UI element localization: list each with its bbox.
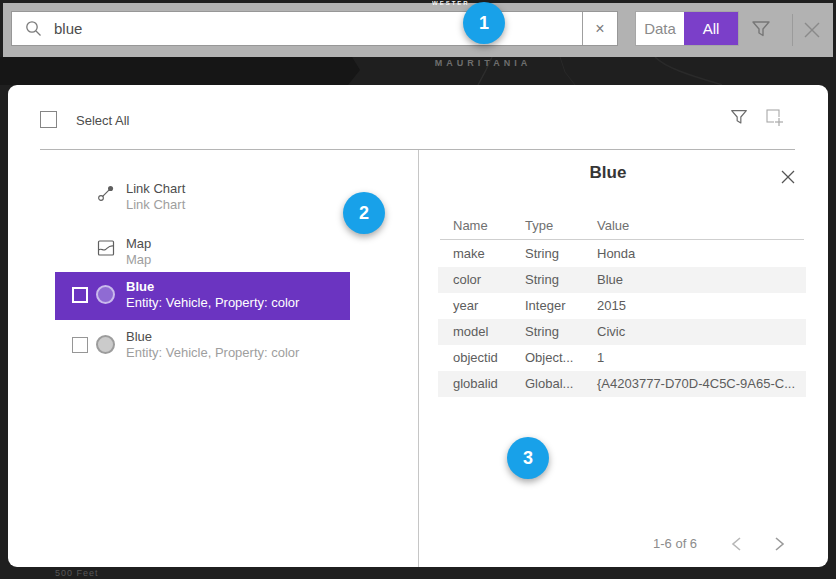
result-subtitle: Link Chart <box>126 197 185 212</box>
add-to-selection-button[interactable] <box>763 106 787 130</box>
chevron-right-icon <box>772 537 786 551</box>
cell-type: Integer <box>525 293 565 319</box>
result-item-blue[interactable]: Blue Entity: Vehicle, Property: color <box>55 322 350 370</box>
search-toolbar: × Data All <box>3 3 833 57</box>
result-checkbox[interactable] <box>72 337 88 353</box>
annotation-badge-1: 1 <box>463 2 505 44</box>
search-icon <box>12 12 54 45</box>
map-icon <box>96 238 116 258</box>
cell-name: make <box>453 241 485 267</box>
result-item-map[interactable]: Map Map <box>48 228 408 272</box>
results-filter-button[interactable] <box>728 106 752 130</box>
filter-icon <box>749 17 773 41</box>
search-clear-button[interactable]: × <box>582 12 617 45</box>
pagination-range: 1-6 of 6 <box>653 536 697 551</box>
result-title: Link Chart <box>126 181 185 196</box>
cell-type: String <box>525 267 559 293</box>
cell-value: Civic <box>597 319 625 345</box>
entity-node-icon <box>96 285 115 304</box>
column-header-name: Name <box>453 218 488 233</box>
link-chart-icon <box>96 183 116 203</box>
chevron-left-icon <box>730 537 744 551</box>
add-selection-icon <box>763 106 785 128</box>
cell-value: 1 <box>597 345 604 371</box>
search-box: × <box>11 11 618 46</box>
toolbar-divider <box>792 14 793 46</box>
attribute-row: globalid Global... {A4203777-D70D-4C5C-9… <box>438 371 806 397</box>
screen: WESTER MAURITANIA 500 Feet × Data All Se… <box>0 0 836 579</box>
filter-icon <box>728 106 750 128</box>
cell-name: color <box>453 267 481 293</box>
result-title: Blue <box>126 279 154 294</box>
cell-value: Blue <box>597 267 623 293</box>
cell-value: Honda <box>597 241 635 267</box>
result-title: Map <box>126 236 151 251</box>
details-title: Blue <box>418 163 798 183</box>
details-close-button[interactable] <box>778 167 798 187</box>
map-label-western: WESTER <box>432 0 470 6</box>
select-all-checkbox[interactable] <box>40 111 57 128</box>
result-title: Blue <box>126 329 152 344</box>
table-header-divider <box>440 239 804 240</box>
cell-name: year <box>453 293 478 319</box>
cell-type: String <box>525 241 559 267</box>
annotation-badge-3: 3 <box>507 437 549 479</box>
pagination-prev-button[interactable] <box>730 537 744 551</box>
close-icon <box>778 167 798 187</box>
column-header-value: Value <box>597 218 629 233</box>
entity-node-icon <box>96 335 115 354</box>
annotation-badge-2: 2 <box>343 192 385 234</box>
attribute-row: model String Civic <box>438 319 806 345</box>
cell-name: objectid <box>453 345 498 371</box>
attribute-row: year Integer 2015 <box>438 293 806 319</box>
cell-value: 2015 <box>597 293 626 319</box>
attribute-row: make String Honda <box>438 241 806 267</box>
cell-name: model <box>453 319 488 345</box>
map-scale-label: 500 Feet <box>55 568 99 578</box>
close-icon <box>799 17 825 43</box>
cell-name: globalid <box>453 371 498 397</box>
select-all-label: Select All <box>76 113 129 128</box>
result-checkbox[interactable] <box>72 287 88 303</box>
search-close-button[interactable] <box>799 17 825 43</box>
cell-type: Object... <box>525 345 573 371</box>
column-header-type: Type <box>525 218 553 233</box>
result-item-blue-selected[interactable]: Blue Entity: Vehicle, Property: color <box>55 272 350 320</box>
map-label-mauritania: MAURITANIA <box>408 58 558 68</box>
pagination-next-button[interactable] <box>772 537 786 551</box>
scope-option-data[interactable]: Data <box>636 12 684 45</box>
filter-button[interactable] <box>749 17 775 43</box>
cell-value: {A4203777-D70D-4C5C-9A65-C... <box>597 371 795 397</box>
attribute-row: color String Blue <box>438 267 806 293</box>
result-subtitle: Entity: Vehicle, Property: color <box>126 345 299 360</box>
search-results-panel: Select All Link Chart Link Chart <box>8 85 828 567</box>
attribute-row: objectid Object... 1 <box>438 345 806 371</box>
result-subtitle: Map <box>126 252 151 267</box>
cell-type: Global... <box>525 371 573 397</box>
result-subtitle: Entity: Vehicle, Property: color <box>126 295 299 310</box>
scope-option-all[interactable]: All <box>684 12 738 45</box>
cell-type: String <box>525 319 559 345</box>
scope-toggle: Data All <box>635 11 739 46</box>
list-details-divider <box>418 150 419 567</box>
